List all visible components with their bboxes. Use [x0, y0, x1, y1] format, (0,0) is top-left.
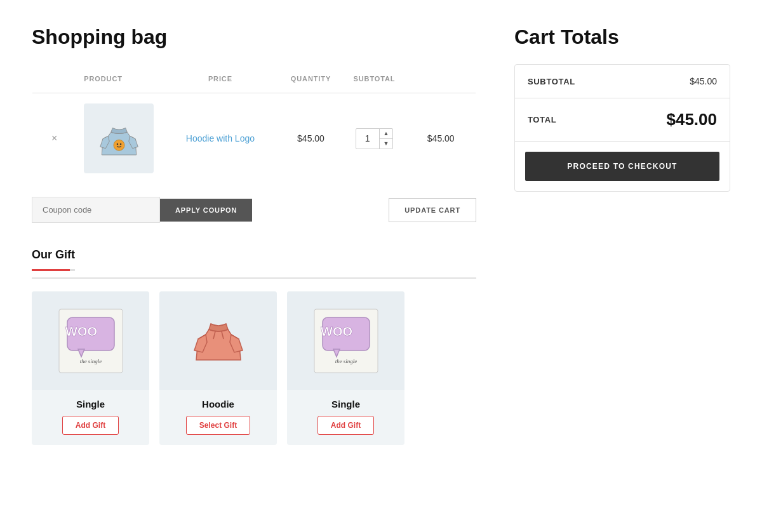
quantity-arrows: ▲ ▼ [379, 129, 393, 149]
proceed-to-checkout-button[interactable]: PROCEED TO CHECKOUT [525, 152, 719, 181]
col-subtotal: SUBTOTAL [343, 65, 406, 93]
coupon-input[interactable] [32, 197, 160, 223]
svg-text:WOO: WOO [321, 324, 352, 338]
quantity-stepper[interactable]: 1 ▲ ▼ [356, 128, 394, 149]
gift-image-1: WOO the single [32, 291, 149, 390]
price-cell: $45.00 [279, 93, 343, 184]
subtotal-row: SUBTOTAL $45.00 [515, 65, 730, 98]
remove-item-button[interactable]: × [46, 130, 62, 147]
our-gift-section: Our Gift WOO the single [32, 248, 476, 445]
gift-image-3: WOO the single [287, 291, 404, 390]
svg-text:the single: the single [79, 358, 102, 364]
svg-text:WOO: WOO [65, 324, 97, 338]
col-quantity: QUANTITY [279, 65, 343, 93]
cart-table: PRODUCT PRICE QUANTITY SUBTOTAL × [32, 64, 476, 184]
quantity-value: 1 [356, 130, 379, 147]
left-column: Shopping bag PRODUCT PRICE QUANTITY SUBT… [32, 25, 476, 445]
svg-point-0 [114, 140, 124, 150]
cart-totals-box: SUBTOTAL $45.00 TOTAL $45.00 PROCEED TO … [514, 64, 730, 192]
woo-single-svg-1: WOO the single [50, 300, 132, 382]
product-thumbnail [84, 103, 154, 173]
gift-grid: WOO the single Single Add Gift [32, 291, 476, 445]
cart-totals-title: Cart Totals [514, 25, 730, 49]
quantity-cell: 1 ▲ ▼ [343, 93, 406, 184]
woo-single-svg-2: WOO the single [305, 300, 387, 382]
subtotal-label: SUBTOTAL [528, 77, 575, 86]
gift-card-3: WOO the single Single Add Gift [287, 291, 404, 445]
hoodie-pink-svg [180, 300, 257, 382]
svg-point-2 [120, 143, 122, 145]
svg-point-1 [116, 143, 118, 145]
col-product: PRODUCT [76, 65, 161, 93]
subtotal-cell: $45.00 [406, 93, 476, 184]
svg-text:the single: the single [335, 358, 357, 364]
coupon-update-row: APPLY COUPON UPDATE CART [32, 197, 476, 223]
product-name-cell: Hoodie with Logo [161, 93, 279, 184]
gift-card-1: WOO the single Single Add Gift [32, 291, 149, 445]
total-row: TOTAL $45.00 [515, 98, 730, 142]
gift-image-2 [159, 291, 277, 390]
coupon-left: APPLY COUPON [32, 197, 252, 223]
our-gift-title: Our Gift [32, 248, 75, 271]
right-column: Cart Totals SUBTOTAL $45.00 TOTAL $45.00… [514, 25, 730, 192]
total-value: $45.00 [666, 110, 717, 130]
col-price: PRICE [161, 65, 279, 93]
page-title: Shopping bag [32, 25, 476, 49]
gift-card-2: Hoodie Select Gift [159, 291, 277, 445]
total-label: TOTAL [528, 115, 556, 124]
gift-name-2: Hoodie [202, 399, 234, 409]
select-gift-button-2[interactable]: Select Gift [186, 416, 250, 435]
add-gift-button-1[interactable]: Add Gift [62, 416, 119, 435]
update-cart-button[interactable]: UPDATE CART [389, 198, 476, 222]
product-image-svg [92, 112, 146, 166]
product-image-cell [76, 93, 161, 184]
apply-coupon-button[interactable]: APPLY COUPON [160, 199, 252, 222]
add-gift-button-3[interactable]: Add Gift [318, 416, 374, 435]
col-remove [32, 65, 77, 93]
gift-name-1: Single [76, 399, 105, 409]
quantity-down-button[interactable]: ▼ [380, 139, 393, 149]
remove-cell: × [32, 93, 77, 184]
gift-name-3: Single [331, 399, 360, 409]
quantity-up-button[interactable]: ▲ [380, 129, 393, 139]
table-row: × [32, 93, 476, 184]
product-link[interactable]: Hoodie with Logo [186, 133, 255, 143]
subtotal-value: $45.00 [690, 76, 717, 86]
